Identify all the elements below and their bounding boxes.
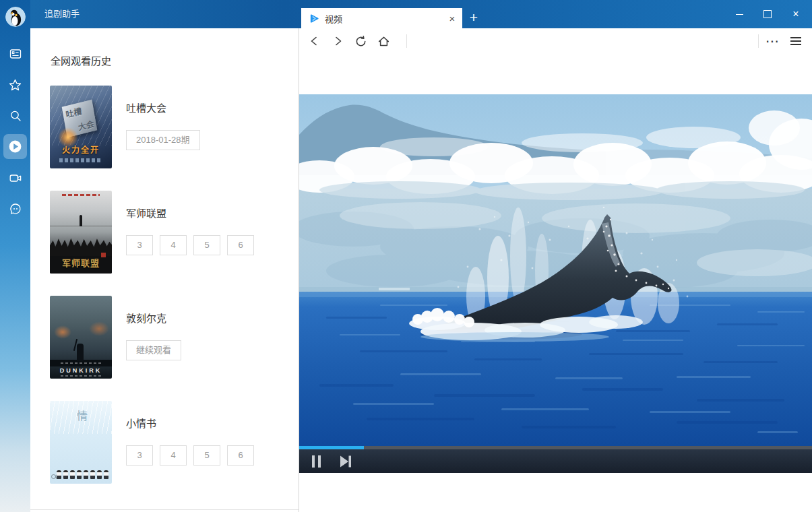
- sidebar: [0, 0, 30, 512]
- show-title: 军师联盟: [126, 205, 166, 220]
- episode-button[interactable]: 4: [160, 445, 187, 466]
- play-circle-icon: [8, 139, 22, 154]
- browser-tab-video[interactable]: 视频 ×: [301, 8, 462, 28]
- red-seal-decoration: [101, 253, 106, 257]
- maximize-button[interactable]: [753, 0, 782, 28]
- minimize-button[interactable]: [725, 0, 753, 28]
- toolbar-separator: [758, 34, 759, 48]
- show-title: 敦刻尔克: [126, 311, 166, 325]
- continue-watching-button[interactable]: 继续观看: [126, 340, 181, 360]
- poster-logo-text: 情: [73, 410, 89, 421]
- next-button[interactable]: [334, 449, 357, 473]
- poster-subtext-decoration: [61, 375, 101, 377]
- poster-dunkirk[interactable]: DUNKIRK: [50, 296, 112, 379]
- refresh-icon: [354, 35, 367, 48]
- tab-close-icon[interactable]: ×: [442, 13, 462, 24]
- list-item: 吐槽 大会 火力全开 吐槽大会 2018-01-28期: [50, 86, 296, 168]
- app-title: 追剧助手: [44, 0, 80, 28]
- video-player[interactable]: [299, 94, 812, 473]
- episode-button[interactable]: 5: [193, 235, 220, 255]
- episode-button[interactable]: 6: [227, 445, 254, 466]
- sidebar-item-now-playing[interactable]: [0, 133, 30, 160]
- progress-bar[interactable]: [299, 446, 812, 449]
- search-icon: [9, 109, 22, 123]
- back-arrow-icon: [309, 35, 321, 47]
- pause-icon: [312, 455, 315, 468]
- episode-button[interactable]: 3: [126, 445, 153, 466]
- close-icon: ×: [792, 8, 799, 20]
- show-title: 小情书: [126, 416, 156, 430]
- maximize-icon: [763, 10, 772, 18]
- chat-bubble-icon: [9, 202, 22, 216]
- watch-history-panel: 全网观看历史 吐槽 大会 火力全开 吐槽大会 2018-01-28期 军师联盟: [30, 28, 299, 510]
- player-control-bar: [299, 446, 812, 473]
- browser-toolbar: ⋯: [299, 28, 812, 55]
- sidebar-item-watch-list[interactable]: [0, 40, 30, 67]
- poster-subtext-decoration: [59, 158, 102, 162]
- next-icon: [340, 455, 352, 468]
- more-icon: ⋯: [766, 28, 779, 54]
- figure-silhouette: [80, 215, 82, 226]
- hamburger-menu-icon: [790, 35, 801, 47]
- whale-breach-scene: [299, 94, 812, 446]
- sidebar-item-video-source[interactable]: [0, 164, 30, 191]
- home-icon: [377, 35, 390, 48]
- episode-button[interactable]: 6: [227, 235, 254, 255]
- browser-window: ⋯: [299, 28, 812, 512]
- poster-junshi-lianmeng[interactable]: 军师联盟: [50, 191, 112, 274]
- pause-button[interactable]: [305, 449, 327, 473]
- soldier-silhouette: [77, 344, 84, 361]
- list-item: DUNKIRK 敦刻尔克 继续观看: [50, 296, 296, 379]
- menu-button[interactable]: [784, 28, 807, 54]
- more-button[interactable]: ⋯: [761, 28, 784, 54]
- episode-button[interactable]: 5: [193, 445, 220, 466]
- episode-button[interactable]: 4: [160, 235, 187, 255]
- panel-heading: 全网观看历史: [51, 53, 111, 67]
- sidebar-item-favorites[interactable]: [0, 71, 30, 98]
- play-logo-icon: [309, 13, 319, 24]
- sidebar-item-search[interactable]: [0, 102, 30, 129]
- forward-arrow-icon: [332, 35, 344, 47]
- episode-button[interactable]: 3: [126, 235, 153, 255]
- back-button[interactable]: [303, 28, 326, 54]
- show-title: 吐槽大会: [126, 100, 166, 115]
- titlebar: 追剧助手 视频 × + ×: [0, 0, 812, 28]
- avatar[interactable]: [5, 7, 26, 27]
- new-tab-button[interactable]: +: [464, 9, 483, 28]
- poster-tucao-dahui[interactable]: 吐槽 大会 火力全开: [50, 86, 112, 168]
- list-item: 情 小情书 3 4 5 6: [50, 401, 296, 484]
- home-button[interactable]: [372, 28, 395, 54]
- sidebar-item-messages[interactable]: [0, 195, 30, 222]
- forward-button[interactable]: [326, 28, 349, 54]
- card-list-icon: [9, 47, 22, 61]
- tab-label: 视频: [325, 12, 442, 25]
- poster-top-text-decoration: [62, 194, 100, 196]
- cube-text-top: 吐槽: [65, 104, 82, 120]
- poster-xiao-qingshu[interactable]: 情: [50, 401, 112, 484]
- close-button[interactable]: ×: [782, 0, 810, 28]
- list-item: 军师联盟 军师联盟 3 4 5 6: [50, 191, 296, 274]
- toolbar-separator: [406, 34, 407, 48]
- star-icon: [8, 78, 22, 92]
- people-row-decoration: [57, 470, 108, 479]
- browser-page: [299, 54, 812, 512]
- cube-text-bottom: 大会: [77, 117, 95, 133]
- episode-button[interactable]: 2018-01-28期: [126, 130, 200, 150]
- poster-banner-text: 火力全开: [50, 143, 112, 155]
- fire-glow-decoration: [54, 325, 71, 339]
- poster-subtext-decoration: [61, 362, 101, 364]
- refresh-button[interactable]: [349, 28, 372, 54]
- poster-title-text: DUNKIRK: [50, 367, 112, 374]
- poster-calligraphy-text: 军师联盟: [50, 256, 112, 269]
- minimize-icon: [736, 14, 743, 15]
- video-camera-icon: [9, 171, 22, 185]
- fire-glow-decoration: [89, 321, 109, 336]
